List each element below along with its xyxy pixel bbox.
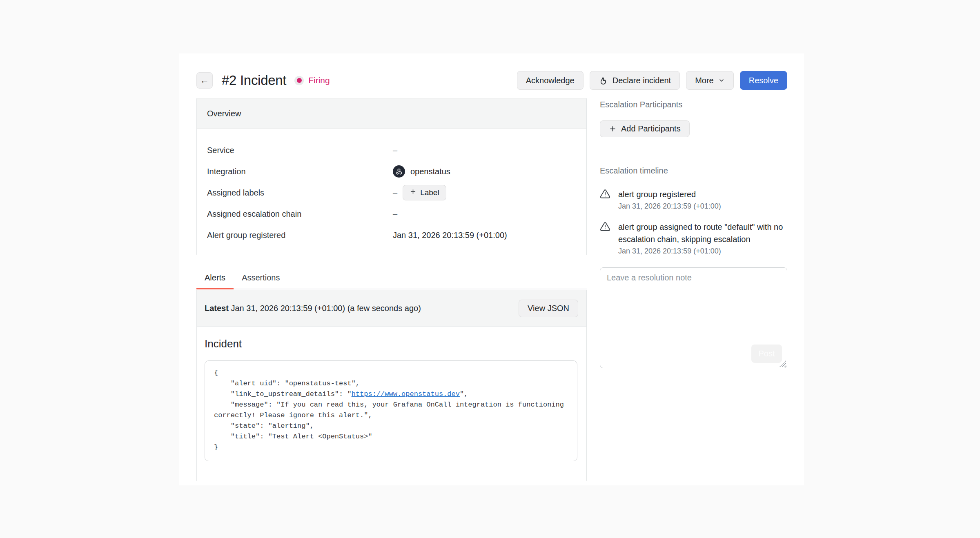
- integration-label: Integration: [207, 167, 393, 176]
- code-after-link: ", "message": "If you can read this, you…: [214, 390, 568, 451]
- more-button[interactable]: More: [686, 71, 734, 90]
- integration-value: openstatus: [410, 167, 450, 176]
- latest-alert-bar: Latest Jan 31, 2026 20:13:59 (+01:00) (a…: [197, 290, 586, 327]
- timeline-item: alert group registered Jan 31, 2026 20:1…: [600, 188, 787, 211]
- overview-row-escalation-chain: Assigned escalation chain –: [197, 203, 586, 225]
- resolution-note-container: Post: [600, 267, 787, 368]
- declare-incident-label: Declare incident: [612, 76, 671, 85]
- alert-tabs: Alerts Assertions: [196, 269, 587, 289]
- timeline-item-time: Jan 31, 2026 20:13:59 (+01:00): [618, 247, 787, 256]
- resolve-label: Resolve: [749, 76, 778, 85]
- upstream-link[interactable]: https://www.openstatus.dev: [352, 390, 460, 398]
- overview-row-labels: Assigned labels – Label: [197, 182, 586, 203]
- latest-alert-text: Latest Jan 31, 2026 20:13:59 (+01:00) (a…: [205, 304, 421, 313]
- warning-triangle-icon: [600, 221, 610, 256]
- latest-prefix: Latest: [205, 304, 229, 313]
- flame-icon: [599, 76, 608, 85]
- add-participants-button[interactable]: Add Participants: [600, 120, 690, 137]
- plus-icon: [609, 125, 617, 133]
- escalation-chain-label: Assigned escalation chain: [207, 209, 393, 219]
- timeline-item-text: alert group registered: [618, 188, 721, 200]
- overview-row-service: Service –: [197, 140, 586, 161]
- back-button[interactable]: ←: [196, 72, 213, 89]
- alerts-panel: Latest Jan 31, 2026 20:13:59 (+01:00) (a…: [196, 290, 587, 481]
- post-note-button[interactable]: Post: [751, 345, 782, 363]
- incident-header: ← #2 Incident Firing Acknowledge Declare…: [196, 71, 787, 90]
- timeline-item: alert group assigned to route "default" …: [600, 221, 787, 256]
- timeline-title: Escalation timeline: [600, 166, 787, 176]
- service-label: Service: [207, 146, 393, 155]
- overview-row-integration: Integration openstatus: [197, 161, 586, 182]
- view-json-label: View JSON: [528, 304, 569, 313]
- timeline-item-text: alert group assigned to route "default" …: [618, 221, 787, 245]
- arrow-left-icon: ←: [200, 75, 209, 86]
- tab-alerts[interactable]: Alerts: [196, 269, 234, 289]
- add-participants-label: Add Participants: [621, 124, 681, 133]
- header-actions: Acknowledge Declare incident More: [517, 71, 787, 90]
- declare-incident-button[interactable]: Declare incident: [590, 71, 680, 90]
- add-label-text: Label: [420, 188, 439, 197]
- participants-title: Escalation Participants: [600, 100, 787, 109]
- assigned-labels-label: Assigned labels: [207, 188, 393, 198]
- alert-payload-code: { "alert_uid": "openstatus-test", "link_…: [205, 360, 577, 461]
- webhook-icon: [393, 165, 405, 178]
- service-value: –: [393, 146, 397, 155]
- resolve-button[interactable]: Resolve: [740, 71, 787, 90]
- chevron-down-icon: [718, 77, 725, 84]
- registered-label: Alert group registered: [207, 231, 393, 240]
- more-label: More: [695, 76, 714, 85]
- status-badge: Firing: [294, 76, 330, 85]
- assigned-labels-value: –: [393, 188, 397, 198]
- incident-section-title: Incident: [205, 338, 577, 350]
- view-json-button[interactable]: View JSON: [519, 300, 578, 317]
- tab-assertions[interactable]: Assertions: [234, 269, 288, 289]
- firing-dot-icon: [294, 76, 304, 85]
- plus-icon: [410, 188, 416, 197]
- status-label: Firing: [308, 76, 330, 85]
- overview-panel-header: Overview: [197, 98, 586, 129]
- main-column: Overview Service – Integration: [196, 98, 587, 481]
- warning-triangle-icon: [600, 189, 610, 211]
- acknowledge-label: Acknowledge: [526, 76, 575, 85]
- sidebar: Escalation Participants Add Participants…: [600, 98, 787, 481]
- latest-time: Jan 31, 2026 20:13:59 (+01:00) (a few se…: [229, 304, 421, 313]
- add-label-button[interactable]: Label: [403, 185, 446, 200]
- code-before-link: { "alert_uid": "openstatus-test", "link_…: [214, 369, 360, 398]
- page-title: #2 Incident: [222, 73, 286, 88]
- escalation-chain-value: –: [393, 209, 397, 219]
- acknowledge-button[interactable]: Acknowledge: [517, 71, 584, 90]
- timeline-item-time: Jan 31, 2026 20:13:59 (+01:00): [618, 202, 721, 211]
- registered-value: Jan 31, 2026 20:13:59 (+01:00): [393, 231, 507, 240]
- incident-card: ← #2 Incident Firing Acknowledge Declare…: [179, 53, 804, 485]
- overview-panel: Overview Service – Integration: [196, 98, 587, 255]
- overview-row-registered: Alert group registered Jan 31, 2026 20:1…: [197, 225, 586, 246]
